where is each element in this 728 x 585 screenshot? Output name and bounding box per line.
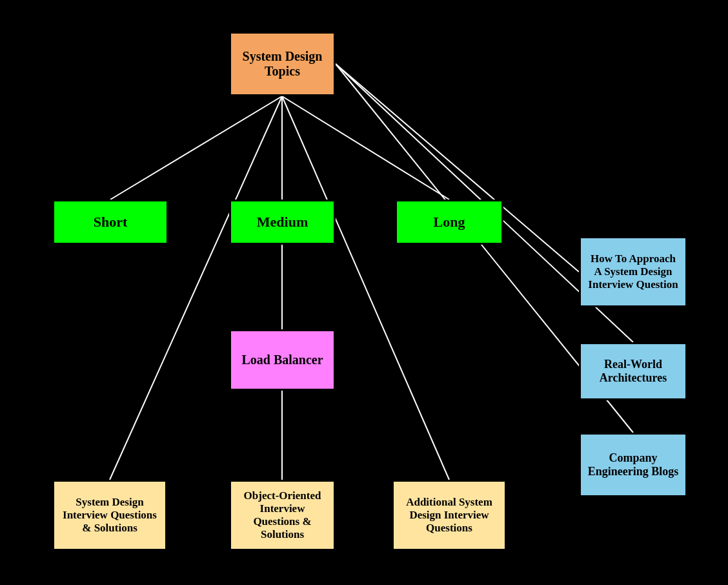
real-world-label: Real-World Architectures [587,358,679,385]
company-engineering-label: Company Engineering Blogs [587,451,679,478]
short-node[interactable]: Short [52,200,168,245]
how-to-approach-label: How To Approach A System Design Intervie… [587,252,679,291]
additional-system-node[interactable]: Additional System Design Interview Quest… [392,480,507,551]
object-oriented-label: Object-Oriented Interview Questions & So… [238,489,327,541]
additional-system-label: Additional System Design Interview Quest… [400,496,498,535]
short-label: Short [94,214,128,231]
svg-line-7 [110,96,282,480]
load-balancer-node[interactable]: Load Balancer [229,329,336,391]
svg-line-0 [110,96,282,200]
object-oriented-node[interactable]: Object-Oriented Interview Questions & So… [229,480,336,551]
system-design-interview-node[interactable]: System Design Interview Questions & Solu… [52,480,167,551]
system-design-topics-label: System Design Topics [238,49,327,79]
company-engineering-node[interactable]: Company Engineering Blogs [579,433,687,497]
system-design-topics-node[interactable]: System Design Topics [229,32,336,96]
load-balancer-label: Load Balancer [241,353,323,367]
svg-line-9 [282,96,449,480]
long-label: Long [434,214,465,231]
medium-label: Medium [257,214,308,231]
long-node[interactable]: Long [395,200,503,245]
how-to-approach-node[interactable]: How To Approach A System Design Intervie… [579,236,687,307]
system-design-interview-label: System Design Interview Questions & Solu… [61,496,159,535]
svg-line-2 [282,96,449,200]
medium-node[interactable]: Medium [229,200,336,245]
real-world-node[interactable]: Real-World Architectures [579,342,687,400]
